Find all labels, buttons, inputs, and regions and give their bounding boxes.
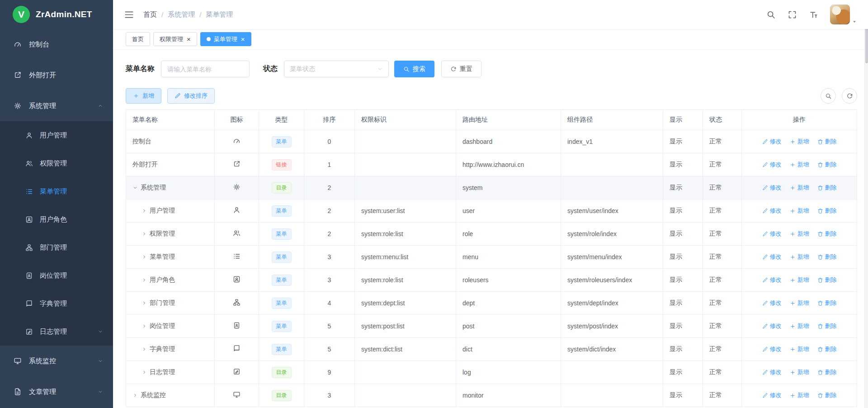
chevron-right-icon[interactable] bbox=[142, 370, 147, 375]
sidebar-item-dashboard[interactable]: 控制台 bbox=[0, 29, 113, 60]
edit-action[interactable]: 修改 bbox=[762, 391, 782, 399]
delete-action[interactable]: 删除 bbox=[817, 253, 837, 261]
edit-action[interactable]: 修改 bbox=[762, 253, 782, 261]
user-menu[interactable] bbox=[830, 5, 850, 24]
add-action[interactable]: 新增 bbox=[790, 230, 809, 238]
route-cell: system bbox=[456, 176, 561, 199]
sidebar-item-dept[interactable]: 部门管理 bbox=[0, 233, 113, 261]
delete-action-label: 删除 bbox=[825, 276, 837, 284]
edit-action[interactable]: 修改 bbox=[762, 299, 782, 307]
avatar[interactable] bbox=[830, 5, 850, 24]
tab-menu[interactable]: 菜单管理× bbox=[200, 32, 251, 46]
edit-action[interactable]: 修改 bbox=[762, 138, 782, 146]
add-action[interactable]: 新增 bbox=[790, 276, 809, 284]
delete-action[interactable]: 删除 bbox=[817, 276, 837, 284]
component-cell bbox=[561, 176, 663, 199]
delete-action[interactable]: 删除 bbox=[817, 368, 837, 376]
add-action[interactable]: 新增 bbox=[790, 299, 809, 307]
status-select[interactable]: 菜单状态 bbox=[284, 61, 389, 77]
add-action[interactable]: 新增 bbox=[790, 368, 809, 376]
chevron-right-icon[interactable] bbox=[142, 231, 147, 237]
add-action[interactable]: 新增 bbox=[790, 207, 809, 215]
delete-action[interactable]: 删除 bbox=[817, 230, 837, 238]
sidebar-item-external[interactable]: 外部打开 bbox=[0, 60, 113, 90]
sidebar-item-monitor[interactable]: 系统监控 bbox=[0, 346, 113, 376]
reset-button[interactable]: 重置 bbox=[441, 61, 481, 77]
sidebar-item-roleusers[interactable]: 用户角色 bbox=[0, 205, 113, 233]
sort-cell: 1 bbox=[304, 153, 355, 176]
chevron-right-icon[interactable] bbox=[142, 323, 147, 329]
edit-icon bbox=[762, 208, 768, 214]
chevron-right-icon[interactable] bbox=[142, 208, 147, 213]
table-refresh-button[interactable] bbox=[842, 88, 857, 104]
edit-action[interactable]: 修改 bbox=[762, 276, 782, 284]
delete-action[interactable]: 删除 bbox=[817, 345, 837, 353]
fullscreen-icon[interactable] bbox=[788, 10, 797, 19]
status-cell: 正常 bbox=[703, 384, 742, 407]
chevron-right-icon[interactable] bbox=[132, 393, 138, 398]
close-icon[interactable]: × bbox=[187, 36, 191, 43]
sidebar-item-post[interactable]: 岗位管理 bbox=[0, 261, 113, 289]
sort-button[interactable]: 修改排序 bbox=[167, 88, 215, 104]
breadcrumb-item[interactable]: 菜单管理 bbox=[206, 10, 233, 19]
caret-down-icon[interactable] bbox=[852, 19, 857, 24]
delete-action[interactable]: 删除 bbox=[817, 299, 837, 307]
sidebar-item-dict[interactable]: 字典管理 bbox=[0, 289, 113, 318]
chevron-right-icon[interactable] bbox=[142, 277, 147, 283]
delete-action-label: 删除 bbox=[825, 345, 837, 353]
edit-action[interactable]: 修改 bbox=[762, 230, 782, 238]
tab-home[interactable]: 首页 bbox=[126, 32, 150, 46]
add-action[interactable]: 新增 bbox=[790, 253, 809, 261]
edit-action[interactable]: 修改 bbox=[762, 161, 782, 169]
add-action[interactable]: 新增 bbox=[790, 138, 809, 146]
add-action[interactable]: 新增 bbox=[790, 322, 809, 330]
page-scrollbar[interactable] bbox=[864, 0, 868, 408]
sidebar-item-menu[interactable]: 菜单管理 bbox=[0, 177, 113, 205]
table-search-button[interactable] bbox=[821, 88, 836, 104]
delete-action[interactable]: 删除 bbox=[817, 322, 837, 330]
chevron-down-icon[interactable] bbox=[132, 185, 138, 190]
add-action[interactable]: 新增 bbox=[790, 345, 809, 353]
chevron-right-icon[interactable] bbox=[142, 300, 147, 306]
edit-action[interactable]: 修改 bbox=[762, 322, 782, 330]
close-icon[interactable]: × bbox=[241, 36, 245, 43]
sidebar-item-article[interactable]: 文章管理 bbox=[0, 376, 113, 407]
visible-cell: 显示 bbox=[663, 176, 703, 199]
edit-action[interactable]: 修改 bbox=[762, 368, 782, 376]
hamburger-icon[interactable] bbox=[124, 9, 134, 20]
add-button[interactable]: 新增 bbox=[126, 88, 161, 104]
breadcrumb-item[interactable]: 系统管理 bbox=[168, 10, 195, 19]
type-tag: 链接 bbox=[272, 159, 292, 171]
delete-action[interactable]: 删除 bbox=[817, 207, 837, 215]
plus-icon bbox=[790, 323, 796, 329]
chevron-right-icon[interactable] bbox=[142, 346, 147, 352]
sidebar-item-user[interactable]: 用户管理 bbox=[0, 121, 113, 149]
tab-role[interactable]: 权限管理× bbox=[153, 32, 197, 46]
edit-action[interactable]: 修改 bbox=[762, 184, 782, 192]
search-icon[interactable] bbox=[766, 10, 776, 19]
edit-action[interactable]: 修改 bbox=[762, 345, 782, 353]
add-action[interactable]: 新增 bbox=[790, 161, 809, 169]
sidebar-item-log[interactable]: 日志管理 bbox=[0, 318, 113, 346]
sidebar-item-system[interactable]: 系统管理 bbox=[0, 90, 113, 121]
add-action[interactable]: 新增 bbox=[790, 391, 809, 399]
log-icon bbox=[233, 368, 241, 375]
delete-action[interactable]: 删除 bbox=[817, 391, 837, 399]
log-icon bbox=[25, 328, 33, 336]
add-action[interactable]: 新增 bbox=[790, 184, 809, 192]
delete-action[interactable]: 删除 bbox=[817, 161, 837, 169]
edit-icon bbox=[762, 254, 768, 260]
font-size-icon[interactable] bbox=[809, 10, 818, 19]
add-action-label: 新增 bbox=[797, 368, 809, 376]
sidebar-item-role[interactable]: 权限管理 bbox=[0, 149, 113, 177]
edit-action[interactable]: 修改 bbox=[762, 207, 782, 215]
component-cell: index_v1 bbox=[561, 130, 663, 153]
edit-action-label: 修改 bbox=[770, 161, 782, 169]
menu-name-input[interactable] bbox=[161, 61, 250, 77]
search-button[interactable]: 搜索 bbox=[394, 61, 434, 77]
delete-action[interactable]: 删除 bbox=[817, 138, 837, 146]
chevron-right-icon[interactable] bbox=[142, 254, 147, 260]
delete-action[interactable]: 删除 bbox=[817, 184, 837, 192]
breadcrumb-item[interactable]: 首页 bbox=[143, 10, 157, 19]
app-logo[interactable]: V ZrAdmin.NET bbox=[0, 0, 113, 29]
